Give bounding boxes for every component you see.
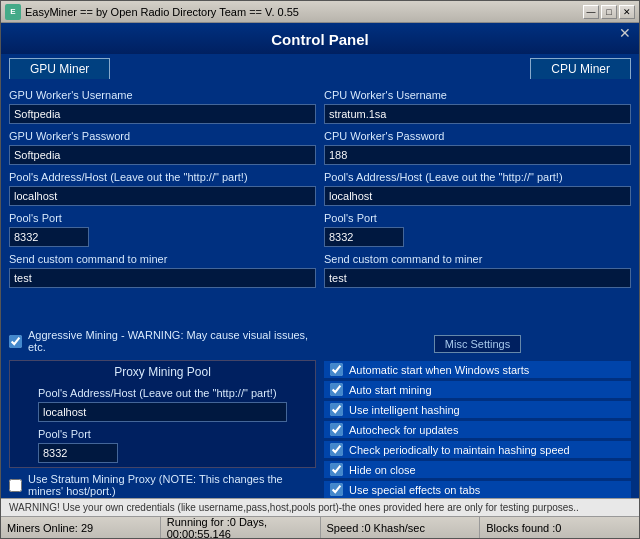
cpu-col: CPU Worker's Username CPU Worker's Passw… xyxy=(324,79,631,329)
aggressive-mining-row: Aggressive Mining - WARNING: May cause v… xyxy=(9,328,316,354)
misc-check-row-2: Use intelligent hashing xyxy=(324,401,631,418)
proxy-fields: Pool's Address/Host (Leave out the "http… xyxy=(18,383,307,463)
gpu-password-label: GPU Worker's Password xyxy=(9,130,316,142)
gpu-cmd-input[interactable] xyxy=(9,268,316,288)
status-running: Running for :0 Days, 00:00:55.146 xyxy=(161,517,321,538)
app-icon: E xyxy=(5,4,21,20)
cpu-username-label: CPU Worker's Username xyxy=(324,89,631,101)
cpu-cmd-input[interactable] xyxy=(324,268,631,288)
misc-checkbox-2[interactable] xyxy=(330,403,343,416)
gpu-port-label: Pool's Port xyxy=(9,212,316,224)
tab-cpu[interactable]: CPU Miner xyxy=(530,58,631,79)
minimize-button[interactable]: — xyxy=(583,5,599,19)
maximize-button[interactable]: □ xyxy=(601,5,617,19)
main-content: Control Panel ✕ GPU Miner CPU Miner GPU … xyxy=(1,23,639,538)
gpu-port-input[interactable] xyxy=(9,227,89,247)
misc-check-row-1: Auto start mining xyxy=(324,381,631,398)
stratum-proxy-row: Use Stratum Mining Proxy (NOTE: This cha… xyxy=(9,472,316,498)
panel-title: Control Panel xyxy=(1,23,639,54)
misc-check-row-5: Hide on close xyxy=(324,461,631,478)
cpu-cmd-label: Send custom command to miner xyxy=(324,253,631,265)
close-button[interactable]: ✕ xyxy=(619,5,635,19)
status-blocks: Blocks found :0 xyxy=(480,517,639,538)
cpu-port-input[interactable] xyxy=(324,227,404,247)
status-bar: Miners Online: 29 Running for :0 Days, 0… xyxy=(1,516,639,538)
misc-label-6: Use special effects on tabs xyxy=(349,484,480,496)
proxy-section: Proxy Mining Pool Pool's Address/Host (L… xyxy=(9,360,316,468)
proxy-address-input[interactable] xyxy=(38,402,287,422)
misc-settings-tab[interactable]: Misc Settings xyxy=(434,335,521,353)
tab-gpu[interactable]: GPU Miner xyxy=(9,58,110,79)
misc-label-2: Use intelligent hashing xyxy=(349,404,460,416)
gpu-password-input[interactable] xyxy=(9,145,316,165)
cpu-address-input[interactable] xyxy=(324,186,631,206)
misc-label-1: Auto start mining xyxy=(349,384,432,396)
misc-checkbox-6[interactable] xyxy=(330,483,343,496)
misc-check-row-3: Autocheck for updates xyxy=(324,421,631,438)
tabs-row: GPU Miner CPU Miner xyxy=(1,54,639,79)
misc-checkbox-4[interactable] xyxy=(330,443,343,456)
gpu-cmd-label: Send custom command to miner xyxy=(9,253,316,265)
stratum-proxy-checkbox[interactable] xyxy=(9,479,22,492)
proxy-port-label: Pool's Port xyxy=(38,428,287,440)
gpu-username-input[interactable] xyxy=(9,104,316,124)
misc-checkbox-1[interactable] xyxy=(330,383,343,396)
misc-settings-section: Misc Settings Automatic start when Windo… xyxy=(324,335,631,498)
misc-label-4: Check periodically to maintain hashing s… xyxy=(349,444,570,456)
cpu-port-label: Pool's Port xyxy=(324,212,631,224)
title-bar-buttons: — □ ✕ xyxy=(583,5,635,19)
cpu-address-label: Pool's Address/Host (Leave out the "http… xyxy=(324,171,631,183)
proxy-port-input[interactable] xyxy=(38,443,118,463)
title-bar: E EasyMiner == by Open Radio Directory T… xyxy=(1,1,639,23)
panel-close-button[interactable]: ✕ xyxy=(619,25,631,41)
misc-checkbox-5[interactable] xyxy=(330,463,343,476)
misc-checkbox-0[interactable] xyxy=(330,363,343,376)
status-miners: Miners Online: 29 xyxy=(1,517,161,538)
two-col-layout: GPU Worker's Username GPU Worker's Passw… xyxy=(9,79,631,498)
misc-label-0: Automatic start when Windows starts xyxy=(349,364,529,376)
gpu-username-label: GPU Worker's Username xyxy=(9,89,316,101)
gpu-address-label: Pool's Address/Host (Leave out the "http… xyxy=(9,171,316,183)
cpu-password-label: CPU Worker's Password xyxy=(324,130,631,142)
aggressive-mining-checkbox[interactable] xyxy=(9,335,22,348)
stratum-proxy-label: Use Stratum Mining Proxy (NOTE: This cha… xyxy=(28,473,316,497)
cpu-password-input[interactable] xyxy=(324,145,631,165)
proxy-address-label: Pool's Address/Host (Leave out the "http… xyxy=(38,387,287,399)
misc-checkboxes: Automatic start when Windows starts Auto… xyxy=(324,361,631,498)
cpu-username-input[interactable] xyxy=(324,104,631,124)
status-speed: Speed :0 Khash/sec xyxy=(321,517,481,538)
gpu-col: GPU Worker's Username GPU Worker's Passw… xyxy=(9,79,316,324)
misc-check-row-0: Automatic start when Windows starts xyxy=(324,361,631,378)
misc-check-row-6: Use special effects on tabs xyxy=(324,481,631,498)
tab-content: GPU Worker's Username GPU Worker's Passw… xyxy=(1,79,639,498)
misc-label-5: Hide on close xyxy=(349,464,416,476)
misc-label-3: Autocheck for updates xyxy=(349,424,458,436)
aggressive-mining-label: Aggressive Mining - WARNING: May cause v… xyxy=(28,329,316,353)
misc-checkbox-3[interactable] xyxy=(330,423,343,436)
gpu-address-input[interactable] xyxy=(9,186,316,206)
misc-check-row-4: Check periodically to maintain hashing s… xyxy=(324,441,631,458)
warning-bar: WARNING! Use your own credentials (like … xyxy=(1,498,639,516)
proxy-title: Proxy Mining Pool xyxy=(18,365,307,379)
title-bar-text: EasyMiner == by Open Radio Directory Tea… xyxy=(25,6,583,18)
